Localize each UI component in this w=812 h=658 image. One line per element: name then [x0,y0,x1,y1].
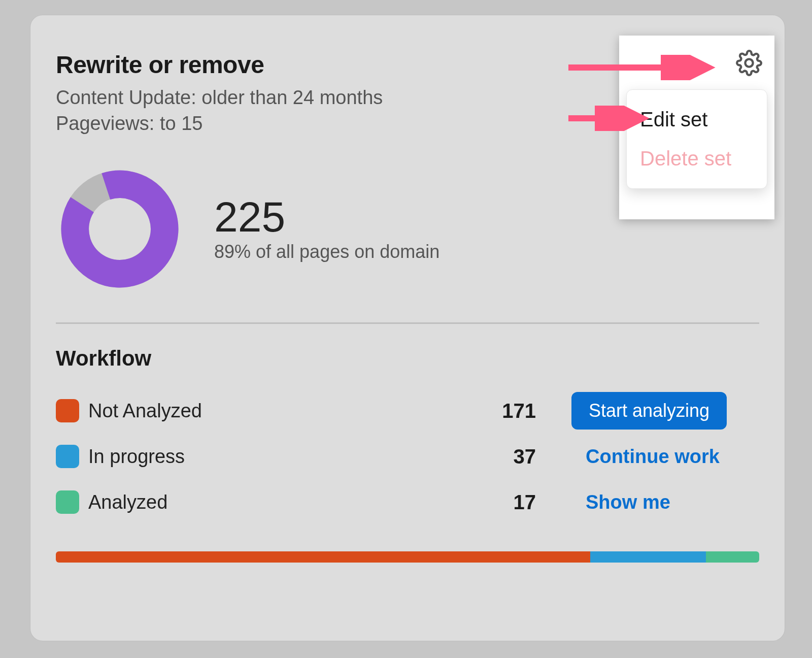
status-swatch [56,399,79,422]
content-set-card: Rewrite or remove Content Update: older … [30,15,785,641]
stacked-bar-segment [706,551,759,563]
workflow-label: Not Analyzed [88,400,455,422]
status-swatch [56,445,79,468]
donut-chart [56,165,184,293]
divider [56,322,759,324]
workflow-heading: Workflow [56,346,759,371]
stacked-bar-segment [590,551,706,563]
workflow-count: 17 [455,491,536,514]
workflow-action-cell: Start analyzing [571,392,759,430]
start-analyzing-button[interactable]: Start analyzing [571,392,727,430]
donut-value: 225 [214,195,439,238]
workflow-row: In progress37Continue work [56,434,759,479]
workflow-count: 171 [455,400,536,422]
edit-set-menu-item[interactable]: Edit set [627,100,767,139]
donut-text: 225 89% of all pages on domain [214,195,439,262]
workflow-rows: Not Analyzed171Start analyzingIn progres… [56,388,759,525]
delete-set-menu-item[interactable]: Delete set [627,139,767,178]
stacked-bar-segment [56,551,590,563]
settings-button[interactable] [734,48,764,78]
settings-popover: Edit setDelete set [619,36,774,219]
workflow-count: 37 [455,445,536,468]
continue-work-link[interactable]: Continue work [571,446,720,468]
donut-caption: 89% of all pages on domain [214,241,439,262]
workflow-stacked-bar [56,551,759,563]
show-me-link[interactable]: Show me [571,491,670,513]
workflow-row: Not Analyzed171Start analyzing [56,388,759,434]
gear-icon [736,50,762,76]
workflow-label: In progress [88,446,455,468]
status-swatch [56,490,79,514]
workflow-action-cell: Continue work [571,446,759,468]
workflow-row: Analyzed17Show me [56,479,759,525]
workflow-label: Analyzed [88,491,455,513]
settings-menu: Edit setDelete set [626,89,767,189]
workflow-action-cell: Show me [571,491,759,513]
